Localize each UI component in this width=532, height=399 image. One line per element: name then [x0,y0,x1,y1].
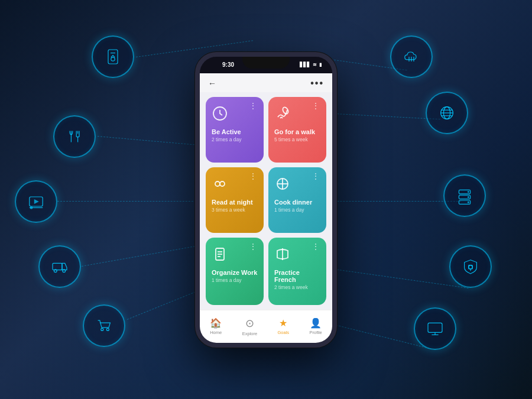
french-icon [274,246,291,267]
menu-dots-button[interactable]: ••• [310,78,324,89]
svg-point-18 [441,107,453,119]
svg-rect-31 [428,323,442,332]
svg-point-29 [469,265,472,269]
be-active-icon [212,105,228,126]
walk-icon [274,105,291,126]
svg-marker-7 [34,199,39,204]
nav-profile[interactable]: 👤 Profile [310,317,322,335]
home-nav-label: Home [210,330,222,335]
explore-nav-icon: ⊙ [245,317,254,330]
back-button[interactable]: ← [208,79,216,88]
wifi-icon: ≋ [313,62,317,67]
explore-nav-label: Explore [242,331,257,336]
read-night-title: Read at night [212,199,253,206]
profile-nav-icon: 👤 [310,317,322,329]
connector-line [57,201,199,202]
bottom-navigation: 🏠 Home ⊙ Explore ★ Goals 👤 Profile [200,310,332,343]
goal-card-organize-work[interactable]: ⋮ Organize Work 1 times a day [206,238,264,304]
truck-icon [38,245,81,288]
read-icon [212,176,228,196]
signal-icon: ▋▋▋ [300,62,310,67]
card-menu-dots[interactable]: ⋮ [249,242,258,251]
mobile-pay-icon [92,35,134,78]
go-walk-title: Go for a walk [274,128,315,135]
svg-point-12 [63,270,66,273]
goal-card-cook-dinner[interactable]: ⋮ Cook dinner 1 times a day [268,167,326,233]
svg-rect-0 [108,50,118,64]
svg-rect-6 [30,197,43,206]
svg-point-37 [220,181,225,186]
practice-french-subtitle: 2 times a week [274,284,308,290]
video-icon [15,180,57,223]
organize-work-subtitle: 1 times a day [212,277,242,283]
home-nav-icon: 🏠 [210,317,222,329]
svg-rect-30 [469,265,472,269]
svg-point-13 [101,328,103,330]
shield-lock-icon [449,245,492,288]
nav-home[interactable]: 🏠 Home [210,317,222,335]
svg-point-14 [106,328,109,330]
app-header: ← ••• [200,73,332,92]
svg-point-35 [282,106,290,114]
connector-line [82,245,198,267]
goal-card-be-active[interactable]: ⋮ Be Active 2 times a day [206,97,264,163]
card-menu-dots[interactable]: ⋮ [312,102,320,110]
goal-card-read-night[interactable]: ⋮ Read at night 3 times a week [206,167,264,233]
server-icon [443,174,486,217]
food-icon [53,115,96,158]
be-active-subtitle: 2 times a day [212,137,242,142]
phone-wrapper: 9:30 ▋▋▋ ≋ ▮ ← ••• ⋮ Be Acti [195,52,337,348]
cloud-data-icon [390,35,433,78]
svg-point-26 [468,191,469,193]
svg-point-11 [54,270,57,273]
cook-dinner-subtitle: 1 times a day [274,207,304,213]
svg-point-9 [30,207,32,209]
goal-card-go-walk[interactable]: ⋮ Go for a walk 5 times a week [268,97,326,163]
goals-nav-label: Goals [278,330,290,335]
svg-point-27 [468,196,469,198]
connector-line [98,136,197,145]
battery-icon: ▮ [319,62,322,67]
card-menu-dots[interactable]: ⋮ [312,242,320,251]
svg-rect-10 [53,263,62,270]
svg-point-2 [111,57,115,61]
goals-nav-icon: ★ [279,317,287,329]
go-walk-subtitle: 5 times a week [274,137,308,142]
status-icons: ▋▋▋ ≋ ▮ [300,62,322,67]
cook-icon [274,176,291,196]
nav-explore[interactable]: ⊙ Explore [242,317,257,336]
svg-point-36 [215,181,220,186]
read-night-subtitle: 3 times a week [212,207,245,213]
globe-icon [426,92,468,134]
organize-work-title: Organize Work [212,269,257,276]
phone-frame: 9:30 ▋▋▋ ≋ ▮ ← ••• ⋮ Be Acti [195,52,337,348]
monitor-icon [414,307,456,350]
organize-icon [212,246,228,267]
card-menu-dots[interactable]: ⋮ [249,102,258,110]
nav-goals[interactable]: ★ Goals [278,317,290,335]
phone-notch [242,57,290,69]
practice-french-title: Practice French [274,269,320,283]
goal-card-practice-french[interactable]: ⋮ Practice French 2 times a week [268,238,326,304]
connector-line [127,291,196,320]
profile-nav-label: Profile [310,330,322,335]
svg-rect-25 [459,200,470,204]
cook-dinner-title: Cook dinner [274,199,312,206]
cart-icon [83,304,125,347]
svg-point-19 [443,107,450,119]
status-time: 9:30 [222,61,234,68]
card-menu-dots[interactable]: ⋮ [249,172,258,180]
card-menu-dots[interactable]: ⋮ [312,172,320,180]
goals-grid: ⋮ Be Active 2 times a day ⋮ [200,92,332,310]
svg-point-28 [468,202,469,203]
svg-rect-23 [459,190,470,193]
be-active-title: Be Active [212,128,241,135]
svg-rect-24 [459,195,470,199]
